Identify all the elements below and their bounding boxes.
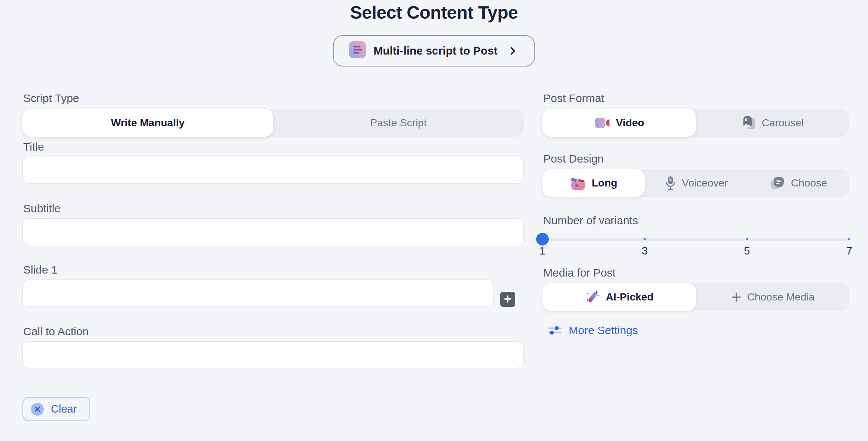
script-type-label: Script Type [23, 92, 79, 105]
subtitle-label: Subtitle [23, 202, 61, 215]
post-design-label: Post Design [543, 152, 604, 166]
segment-label: Video [616, 117, 644, 129]
slider-thumb[interactable] [536, 233, 549, 246]
variants-label: Number of variants [543, 214, 638, 227]
segment-label: Write Manually [111, 117, 184, 129]
media-label: Media for Post [543, 266, 615, 280]
post-design-toggle: Long Voiceover [542, 169, 849, 197]
post-format-option-video[interactable]: Video [542, 109, 696, 137]
segment-label: Voiceover [682, 177, 728, 189]
segment-label: Paste Script [370, 117, 427, 129]
add-slide-button[interactable] [500, 292, 515, 307]
more-settings-link[interactable]: More Settings [548, 324, 638, 337]
tick-7: 7 [846, 245, 852, 257]
script-type-option-write-manually[interactable]: Write Manually [22, 109, 273, 137]
slider-track[interactable] [542, 238, 849, 241]
segment-label: AI-Picked [606, 291, 654, 303]
post-design-option-voiceover[interactable]: Voiceover [645, 169, 747, 197]
media-toggle: AI-Picked Choose Media [542, 283, 849, 311]
tick-5: 5 [744, 245, 750, 257]
clear-button[interactable]: Clear [22, 397, 90, 421]
post-format-toggle: Video Carousel [542, 109, 849, 137]
slide-1-input[interactable] [22, 280, 494, 306]
tick-1: 1 [540, 245, 545, 257]
segment-label: Choose [791, 177, 827, 189]
subtitle-input[interactable] [22, 218, 524, 245]
script-type-toggle: Write Manually Paste Script [22, 109, 524, 137]
call-to-action-label: Call to Action [23, 325, 89, 338]
script-editor-column: Script Type Write Manually Paste Script … [22, 0, 524, 441]
script-type-option-paste-script[interactable]: Paste Script [273, 109, 524, 137]
magic-wand-icon [585, 289, 600, 305]
post-design-option-long[interactable]: Long [542, 169, 645, 197]
post-format-label: Post Format [543, 92, 604, 105]
slider-dot-7 [848, 238, 850, 240]
carousel-photo-icon [742, 115, 757, 131]
microphone-icon [664, 175, 677, 191]
post-design-option-choose[interactable]: Choose [747, 169, 849, 197]
segment-label: Long [592, 177, 617, 189]
slide-1-label: Slide 1 [23, 263, 58, 277]
sliders-icon [548, 324, 562, 336]
post-format-option-carousel[interactable]: Carousel [696, 109, 849, 137]
title-input[interactable] [22, 157, 524, 184]
plus-icon [731, 292, 742, 303]
plus-icon [503, 294, 512, 305]
stacked-cards-icon [769, 175, 786, 191]
video-camera-icon [594, 116, 611, 130]
circle-x-icon [31, 403, 44, 416]
segment-label: Carousel [762, 117, 804, 129]
slider-dot-5 [746, 238, 748, 240]
media-option-ai-picked[interactable]: AI-Picked [542, 283, 696, 311]
variants-slider[interactable] [542, 233, 849, 246]
slider-dot-3 [644, 238, 646, 240]
media-option-choose-media[interactable]: Choose Media [696, 283, 849, 311]
call-to-action-input[interactable] [22, 341, 524, 368]
tick-3: 3 [642, 245, 648, 257]
clear-label: Clear [51, 403, 77, 415]
title-label: Title [23, 140, 44, 154]
slider-tick-labels: 1 3 5 7 [542, 245, 849, 260]
post-settings-column: Post Format Video [542, 0, 849, 441]
segment-label: Choose Media [747, 291, 815, 303]
more-settings-label: More Settings [569, 324, 638, 337]
clapperboard-icon [570, 175, 586, 191]
